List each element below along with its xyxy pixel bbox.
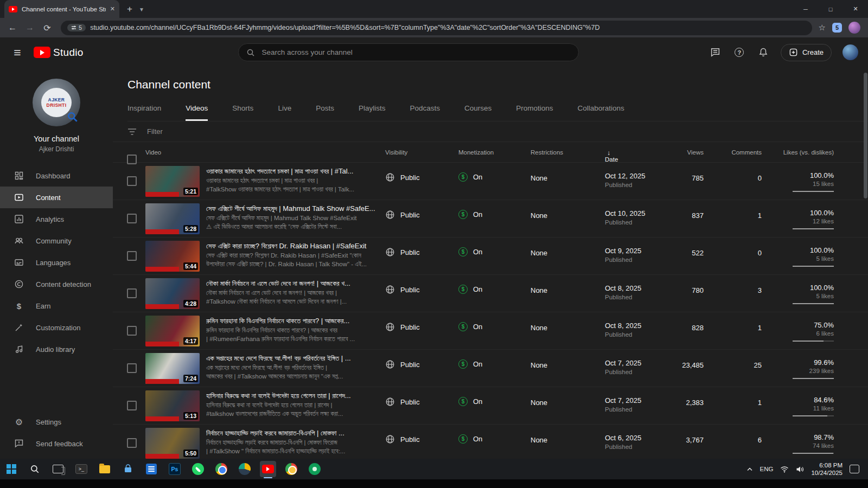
- table-row[interactable]: 5:50 নির্বাচনে হাড্ডাহাড্ডি লড়াই করবে জ…: [113, 425, 868, 459]
- help-icon[interactable]: ?: [733, 46, 746, 59]
- video-thumbnail[interactable]: 5:13: [145, 390, 200, 421]
- site-info-badge[interactable]: 5: [67, 24, 86, 31]
- wifi-icon[interactable]: [780, 466, 789, 473]
- row-checkbox[interactable]: [127, 363, 137, 373]
- monetization-cell[interactable]: $ On: [458, 434, 482, 444]
- tab-videos[interactable]: Videos: [186, 98, 208, 121]
- video-title[interactable]: নৌকা মার্কা নির্বাচনে না এলে ভোট দেবে না…: [206, 279, 380, 288]
- browser-tab[interactable]: Channel content - YouTube Stu ✕: [4, 0, 119, 18]
- sidebar-item-languages[interactable]: Languages: [0, 252, 113, 273]
- tray-chevron-icon[interactable]: [746, 467, 753, 472]
- maximize-button[interactable]: □: [818, 0, 843, 18]
- sidebar-item-customization[interactable]: Customization: [0, 317, 113, 338]
- row-checkbox[interactable]: [127, 401, 137, 410]
- extensions-badge[interactable]: 5: [832, 23, 842, 33]
- sidebar-item-dashboard[interactable]: Dashboard: [0, 165, 113, 187]
- microsoft-store-icon[interactable]: [120, 461, 136, 477]
- video-thumbnail[interactable]: 7:24: [145, 353, 200, 384]
- new-tab-button[interactable]: +: [123, 2, 137, 16]
- forward-icon[interactable]: →: [23, 21, 37, 35]
- monetization-cell[interactable]: $ On: [458, 210, 482, 219]
- sidebar-item-analytics[interactable]: Analytics: [0, 208, 113, 230]
- back-icon[interactable]: ←: [5, 21, 20, 35]
- tab-close-icon[interactable]: ✕: [110, 5, 115, 12]
- start-button[interactable]: [3, 461, 20, 477]
- table-row[interactable]: 5:28 সেফ এক্সিটে শীর্ষে আসিফ মাহমুদ | Ma…: [113, 200, 868, 237]
- sidebar-item-content[interactable]: Content: [0, 187, 113, 208]
- tab-courses[interactable]: Courses: [464, 98, 492, 121]
- photoshop-icon[interactable]: Ps: [167, 461, 183, 477]
- visibility-cell[interactable]: Public: [385, 434, 419, 444]
- table-row[interactable]: 7:24 এক সপ্তাহের মধ্যে দেশে ফিরছে আ.লীগ!…: [113, 350, 868, 387]
- scrollbar-thumb[interactable]: [864, 73, 867, 198]
- channel-avatar[interactable]: AJKER DRISHTI: [33, 79, 80, 126]
- monetization-cell[interactable]: $ On: [458, 285, 482, 294]
- notifications-bell-icon[interactable]: [757, 46, 770, 59]
- video-thumbnail[interactable]: 5:21: [145, 166, 200, 197]
- row-checkbox[interactable]: [127, 251, 137, 261]
- create-button[interactable]: Create: [781, 44, 832, 61]
- task-view-icon[interactable]: [50, 461, 66, 477]
- feedback-comment-icon[interactable]: [709, 46, 722, 59]
- search-input[interactable]: [261, 48, 571, 56]
- tab-playlists[interactable]: Playlists: [359, 98, 386, 121]
- volume-icon[interactable]: [796, 466, 804, 473]
- video-title[interactable]: রুমিন ফারহানা কি বিএনপির নির্বাচনে থাকতে…: [206, 316, 380, 326]
- row-checkbox[interactable]: [127, 214, 137, 223]
- row-checkbox[interactable]: [127, 438, 137, 448]
- file-explorer-icon[interactable]: [97, 461, 113, 477]
- row-checkbox[interactable]: [127, 176, 137, 186]
- video-title[interactable]: নির্বাচনে হাড্ডাহাড্ডি লড়াই করবে জামায়…: [206, 428, 380, 438]
- green-app-icon[interactable]: [307, 461, 323, 477]
- visibility-cell[interactable]: Public: [385, 322, 419, 332]
- taskbar-search-icon[interactable]: [27, 461, 43, 477]
- filter-bar[interactable]: Filter: [113, 121, 868, 142]
- visibility-cell[interactable]: Public: [385, 172, 419, 182]
- visibility-cell[interactable]: Public: [385, 210, 419, 220]
- table-row[interactable]: 5:21 ওয়াকার জামানের হঠাৎ পদত্যাগে চমকা …: [113, 163, 868, 200]
- channel-search[interactable]: [238, 43, 579, 61]
- sidebar-item-settings[interactable]: ⚙ Settings: [0, 411, 113, 433]
- tab-promotions[interactable]: Promotions: [516, 98, 553, 121]
- tab-collaborations[interactable]: Collaborations: [578, 98, 624, 121]
- row-checkbox[interactable]: [127, 288, 137, 298]
- video-thumbnail[interactable]: 5:44: [145, 241, 200, 272]
- visibility-cell[interactable]: Public: [385, 397, 419, 407]
- sidebar-item-community[interactable]: Community: [0, 230, 113, 252]
- close-button[interactable]: ✕: [843, 0, 868, 18]
- tab-list-chevron-icon[interactable]: ▼: [137, 2, 146, 16]
- browser-profile-avatar[interactable]: [848, 22, 860, 34]
- address-bar[interactable]: 5 studio.youtube.com/channel/UCcyFBa1Rb9…: [61, 21, 812, 35]
- page-scrollbar[interactable]: [864, 70, 867, 455]
- video-title[interactable]: হাসিনার বিরুদ্ধে কথা না বলেই উপদেষ্টা হয…: [206, 391, 380, 401]
- table-row[interactable]: 4:28 নৌকা মার্কা নির্বাচনে না এলে ভোট দে…: [113, 275, 868, 312]
- column-date-sort[interactable]: Date↓: [605, 149, 610, 157]
- youtube-studio-app-icon[interactable]: [260, 461, 276, 477]
- language-indicator[interactable]: ENG: [760, 466, 774, 472]
- table-row[interactable]: 5:44 সেফ এক্সিট কারা চাচ্ছে? বিশ্লেষণ Dr…: [113, 237, 868, 275]
- row-checkbox[interactable]: [127, 326, 137, 336]
- sidebar-item-content-detection[interactable]: Content detection: [0, 273, 113, 295]
- monetization-cell[interactable]: $ On: [458, 172, 482, 182]
- tab-posts[interactable]: Posts: [316, 98, 334, 121]
- chrome-icon[interactable]: [213, 461, 229, 477]
- sidebar-item-earn[interactable]: $ Earn: [0, 295, 113, 317]
- table-row[interactable]: 4:17 রুমিন ফারহানা কি বিএনপির নির্বাচনে …: [113, 312, 868, 350]
- video-title[interactable]: সেফ এক্সিটে শীর্ষে আসিফ মাহমুদ | Mahmud …: [206, 204, 380, 214]
- bookmark-star-icon[interactable]: ☆: [819, 23, 826, 33]
- menu-icon[interactable]: ≡: [11, 46, 24, 59]
- table-row[interactable]: 5:13 হাসিনার বিরুদ্ধে কথা না বলেই উপদেষ্…: [113, 387, 868, 425]
- account-avatar[interactable]: [843, 44, 858, 60]
- monetization-cell[interactable]: $ On: [458, 359, 482, 369]
- video-title[interactable]: সেফ এক্সিট কারা চাচ্ছে? বিশ্লেষণ Dr. Rak…: [206, 241, 380, 251]
- video-thumbnail[interactable]: 5:28: [145, 203, 200, 234]
- terminal-icon[interactable]: >_: [73, 461, 90, 477]
- video-thumbnail[interactable]: 4:28: [145, 278, 200, 309]
- monetization-cell[interactable]: $ On: [458, 322, 482, 331]
- browser-app-icon[interactable]: [237, 461, 253, 477]
- refresh-icon[interactable]: ⟳: [40, 21, 54, 35]
- notification-center-icon[interactable]: [850, 465, 859, 473]
- tab-podcasts[interactable]: Podcasts: [410, 98, 440, 121]
- visibility-cell[interactable]: Public: [385, 285, 419, 294]
- taskbar-clock[interactable]: 6:08 PM 10/24/2025: [811, 461, 843, 477]
